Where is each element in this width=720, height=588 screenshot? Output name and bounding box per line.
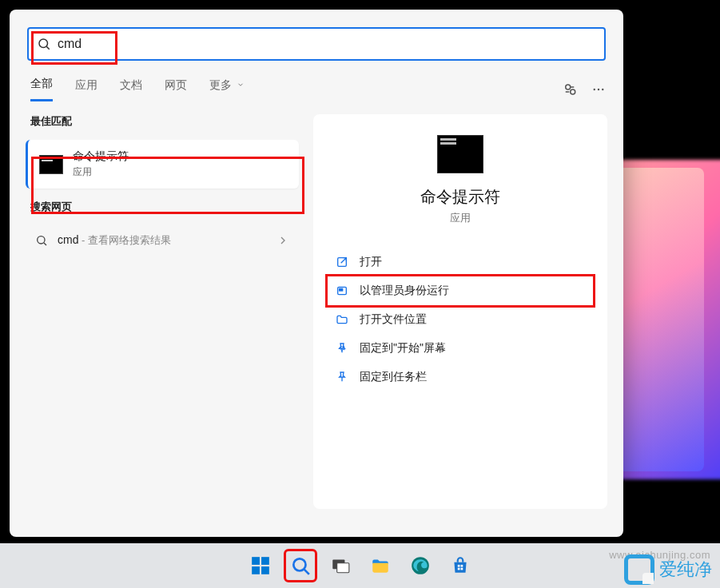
edge-icon — [410, 555, 431, 576]
search-web-header: 搜索网页 — [26, 200, 299, 214]
detail-title: 命令提示符 — [420, 186, 500, 208]
search-icon — [290, 555, 311, 576]
chevron-right-icon — [276, 234, 289, 247]
svg-rect-19 — [336, 563, 348, 573]
web-search-item[interactable]: cmd - 查看网络搜索结果 — [26, 225, 299, 256]
action-open[interactable]: 打开 — [328, 248, 593, 276]
task-view-icon — [330, 555, 351, 576]
action-open-location[interactable]: 打开文件位置 — [328, 305, 593, 334]
svg-rect-22 — [460, 565, 463, 567]
watermark-text: 爱纯净 — [659, 558, 712, 582]
edge-button[interactable] — [404, 549, 437, 582]
svg-point-4 — [594, 88, 595, 89]
svg-point-2 — [566, 85, 571, 89]
folder-icon — [336, 313, 348, 326]
svg-rect-12 — [252, 557, 260, 565]
best-match-header: 最佳匹配 — [26, 114, 299, 129]
tab-web[interactable]: 网页 — [165, 78, 187, 101]
pin-icon — [336, 371, 348, 383]
svg-point-7 — [38, 236, 45, 244]
sync-icon[interactable] — [563, 82, 577, 97]
detail-pane: 命令提示符 应用 打开 以管理员身份运行 打开文件位置 固 — [313, 114, 607, 509]
tab-apps[interactable]: 应用 — [75, 78, 97, 101]
task-view-button[interactable] — [324, 549, 357, 582]
best-match-item[interactable]: 命令提示符 应用 — [26, 140, 299, 189]
search-icon — [37, 37, 51, 51]
svg-line-1 — [46, 46, 49, 49]
more-icon[interactable] — [591, 82, 606, 97]
chevron-down-icon — [237, 81, 245, 89]
svg-line-17 — [304, 569, 309, 574]
shield-icon — [336, 284, 348, 297]
web-sub: - 查看网络搜索结果 — [78, 234, 171, 246]
svg-line-8 — [44, 243, 46, 245]
tab-more[interactable]: 更多 — [209, 78, 245, 101]
start-button[interactable] — [244, 549, 277, 582]
action-pin-start[interactable]: 固定到"开始"屏幕 — [328, 334, 593, 363]
action-pin-taskbar[interactable]: 固定到任务栏 — [328, 363, 593, 391]
search-icon — [35, 234, 48, 247]
tab-all[interactable]: 全部 — [30, 77, 53, 101]
best-match-title: 命令提示符 — [73, 149, 129, 164]
best-match-sub: 应用 — [73, 165, 129, 179]
svg-point-16 — [293, 558, 305, 570]
windows-icon — [250, 555, 271, 576]
pin-icon — [336, 342, 348, 355]
filter-tabs: 全部 应用 文档 网页 更多 — [10, 61, 623, 101]
app-thumbnail — [437, 135, 483, 173]
watermark: 爱纯净 — [624, 554, 712, 585]
folder-icon — [370, 555, 391, 576]
svg-point-0 — [39, 39, 48, 48]
detail-sub: 应用 — [450, 211, 471, 225]
tab-documents[interactable]: 文档 — [120, 78, 142, 101]
action-run-admin[interactable]: 以管理员身份运行 — [328, 276, 593, 305]
cmd-icon — [39, 155, 63, 174]
svg-rect-21 — [457, 565, 459, 567]
search-input[interactable] — [58, 37, 596, 51]
svg-point-3 — [571, 89, 575, 94]
svg-point-5 — [598, 88, 599, 89]
svg-rect-23 — [457, 568, 459, 570]
search-panel: 全部 应用 文档 网页 更多 最佳匹配 命令提示符 应用 搜索网页 — [10, 10, 623, 537]
store-button[interactable] — [444, 549, 477, 582]
search-box[interactable] — [27, 27, 606, 61]
svg-point-6 — [602, 88, 603, 89]
open-icon — [336, 256, 348, 268]
svg-rect-15 — [261, 566, 269, 574]
web-term: cmd — [58, 233, 78, 246]
explorer-button[interactable] — [364, 549, 397, 582]
svg-rect-13 — [261, 557, 269, 565]
svg-rect-14 — [252, 566, 260, 574]
svg-rect-24 — [460, 568, 463, 570]
store-icon — [450, 555, 471, 576]
svg-rect-11 — [340, 288, 343, 291]
watermark-logo — [624, 554, 654, 585]
search-button[interactable] — [284, 549, 317, 582]
